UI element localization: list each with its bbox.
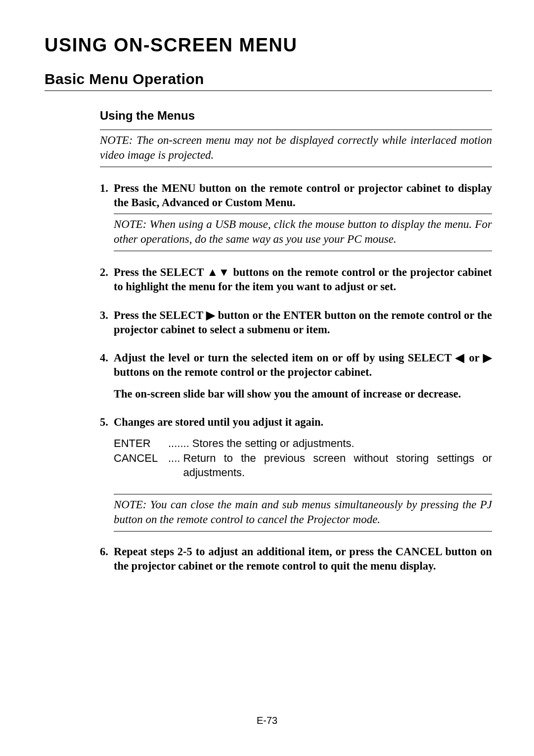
right-triangle-icon: ▶: [483, 352, 492, 364]
note-rule-top: [100, 130, 492, 130]
step-number: 1.: [100, 181, 114, 210]
inner-rule-bottom: [114, 251, 492, 251]
inner-rule-top: [114, 494, 492, 494]
definitions: ENTER ....... Stores the setting or adju…: [100, 436, 492, 480]
content-block: Using the Menus NOTE: The on-screen menu…: [100, 109, 492, 573]
note-rule-bottom: [100, 167, 492, 167]
def-label: CANCEL: [114, 451, 168, 480]
up-down-triangle-icon: ▲▼: [207, 266, 230, 278]
step-4-extra: The on-screen slide bar will show you th…: [114, 387, 492, 401]
step-number: 6.: [100, 544, 114, 574]
def-cancel: CANCEL .... Return to the previous scree…: [114, 451, 492, 480]
note-2: NOTE: When using a USB mouse, click the …: [114, 217, 492, 247]
note-3: NOTE: You can close the main and sub men…: [114, 497, 492, 527]
right-triangle-icon: ▶: [206, 309, 215, 321]
subsection-title: Using the Menus: [100, 109, 492, 123]
step-1: 1. Press the MENU button on the remote c…: [100, 181, 492, 210]
chapter-title: USING ON-SCREEN MENU: [44, 35, 492, 56]
step-text: Press the MENU button on the remote cont…: [114, 181, 492, 210]
def-dots: .......: [168, 436, 192, 451]
step-number: 3.: [100, 308, 114, 337]
step-6: 6. Repeat steps 2-5 to adjust an additio…: [100, 544, 492, 574]
step-text: Changes are stored until you adjust it a…: [114, 415, 492, 429]
step-2: 2. Press the SELECT ▲▼ buttons on the re…: [100, 265, 492, 294]
page-number: E-73: [0, 715, 534, 726]
note-1: NOTE: The on-screen menu may not be disp…: [100, 133, 492, 163]
def-text: Stores the setting or adjustments.: [192, 436, 492, 451]
step-number: 5.: [100, 415, 114, 429]
step-number: 2.: [100, 265, 114, 294]
step-5: 5. Changes are stored until you adjust i…: [100, 415, 492, 429]
inner-rule-top: [114, 214, 492, 214]
step-number: 4.: [100, 351, 114, 380]
step-text: Press the SELECT ▲▼ buttons on the remot…: [114, 265, 492, 294]
section-rule: [44, 90, 492, 91]
inner-rule-bottom: [114, 531, 492, 532]
section-title: Basic Menu Operation: [44, 71, 492, 88]
def-enter: ENTER ....... Stores the setting or adju…: [114, 436, 492, 451]
step-text: Press the SELECT ▶ button or the ENTER b…: [114, 308, 492, 337]
left-triangle-icon: ◀: [455, 352, 465, 364]
step-text: Adjust the level or turn the selected it…: [114, 351, 492, 380]
def-label: ENTER: [114, 436, 168, 451]
step-4: 4. Adjust the level or turn the selected…: [100, 351, 492, 380]
def-dots: ....: [168, 451, 183, 480]
def-text: Return to the previous screen without st…: [183, 451, 492, 480]
step-text: Repeat steps 2-5 to adjust an additional…: [114, 544, 492, 574]
step-3: 3. Press the SELECT ▶ button or the ENTE…: [100, 308, 492, 337]
